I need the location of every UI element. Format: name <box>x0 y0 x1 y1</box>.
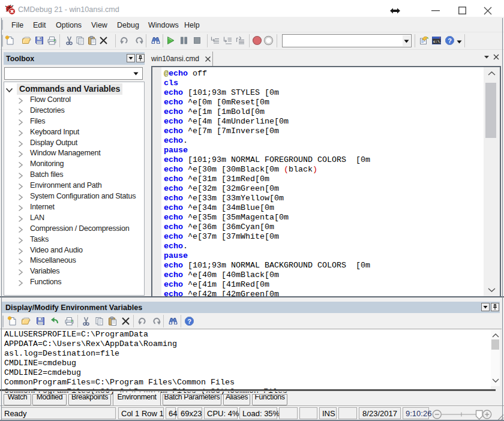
svg-text:c:\_: c:\_ <box>433 40 442 44</box>
svg-text:?: ? <box>187 318 191 325</box>
svg-text:?: ? <box>448 37 452 44</box>
